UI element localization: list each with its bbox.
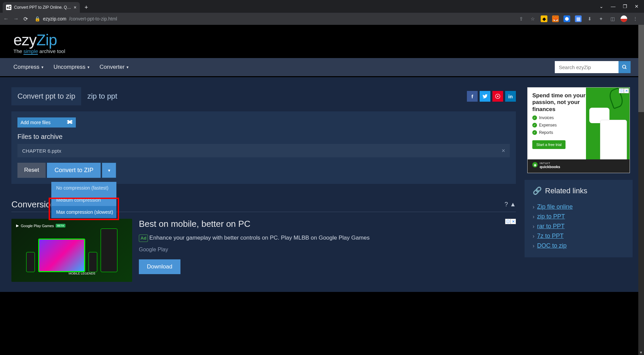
quickbooks-logo: ◉ INTUITquickbooks [532,161,560,169]
instructions-toggle[interactable]: ? ▲ [504,201,516,208]
chevron-right-icon: › [533,243,534,249]
back-button[interactable]: ← [3,16,9,22]
twitter-icon[interactable] [480,91,490,102]
side-ad-heading: Spend time on your passion, not your fin… [532,92,586,113]
maximize-button[interactable]: ❐ [623,4,627,9]
files-to-archive-heading: Files to archive [17,133,510,141]
side-panel-icon[interactable]: ◫ [609,15,616,22]
related-link-item: ›rar to PPT [533,221,625,231]
minimize-button[interactable]: — [611,4,615,9]
tagline-pre: The [13,48,23,54]
related-link[interactable]: rar to PPT [537,223,565,230]
menu-icon[interactable]: ⋮ [632,15,639,22]
tab-favicon: eZ [6,5,11,10]
new-tab-button[interactable]: + [85,4,88,11]
svg-point-0 [623,65,626,68]
google-play-games-label: ▶ Google Play Games BETA [16,223,65,228]
ad-badge: Ad [139,235,148,242]
share-icon[interactable]: ⇪ [518,15,525,22]
nav-compress[interactable]: Compress▼ [13,64,44,70]
ad-controls: ⓘ ✕ [619,88,629,93]
extension-icon-3[interactable]: ⬢ [564,15,570,22]
vertical-scrollbar[interactable]: ▲ ▼ [638,25,644,355]
advertisement-main: ⓘ ✕ ▶ Google Play Games BETA MOBILE LEGE… [11,219,516,282]
related-link[interactable]: Zip file online [537,203,573,210]
dropdown-option-medium-compression[interactable]: Medium compression [51,194,116,206]
caret-icon: ▼ [87,65,90,69]
related-link-item: ›DOC to zip [533,241,625,251]
side-ad-feature: ✓Invoices [532,115,586,120]
extensions-area: ⇪ ☆ ◆ 🦊 ⬢ ▦ ⬇ ✦ ◫ ⋮ [518,15,641,22]
extension-icon-1[interactable]: ◆ [541,15,547,22]
close-icon[interactable]: × [74,5,76,10]
ad-close-icon[interactable]: ✕ [624,88,629,93]
help-icon: ? [504,201,508,208]
convert-to-zip-button[interactable]: Convert to ZIP [47,163,101,178]
search-input[interactable] [555,61,619,73]
content-area: Convert ppt to zip zip to ppt f in Add m… [0,76,644,292]
scrollbar-thumb[interactable] [638,25,644,112]
related-links-list: ›Zip file online ›zip to PPT ›rar to PPT… [533,202,625,251]
dropbox-icon [67,120,73,125]
add-more-files-button[interactable]: Add more files [17,117,76,128]
extension-icon-4[interactable]: ▦ [575,15,582,22]
scroll-down-icon[interactable]: ▼ [639,351,643,354]
forward-button[interactable]: → [13,16,19,22]
profile-avatar[interactable] [621,15,627,22]
browser-titlebar: eZ Convert PPT to ZIP Online. Quick… × +… [0,0,644,13]
tagline-post: archive tool [38,48,65,54]
tab-convert-ppt-to-zip[interactable]: Convert ppt to zip [11,87,81,105]
reset-button[interactable]: Reset [17,163,46,178]
ad-close-icon[interactable]: ✕ [511,219,516,224]
compression-dropdown-button[interactable]: ▼ No compression (fastest) Medium compre… [102,163,116,178]
browser-tab[interactable]: eZ Convert PPT to ZIP Online. Quick… × [3,2,80,13]
linkedin-icon[interactable]: in [505,91,516,102]
pinterest-icon[interactable] [492,91,503,102]
ad-controls: ⓘ ✕ [505,219,516,224]
convert-card: Add more files Files to archive CHAPTER … [11,111,516,184]
file-name: CHAPTER 6.pptx [22,148,61,154]
close-window-button[interactable]: ✕ [635,4,639,9]
url-display[interactable]: 🔒 ezyzip.com/convert-ppt-to-zip.html [35,16,117,21]
facebook-icon[interactable]: f [467,91,478,102]
related-link[interactable]: zip to PPT [537,213,565,220]
reload-button[interactable]: ⟳ [23,16,28,22]
side-ad-feature: ✓Expenses [532,123,586,128]
related-link-item: ›Zip file online [533,202,625,212]
search-button[interactable] [619,61,631,73]
side-column: ⓘ ✕ Spend time on your passion, not your… [525,87,633,282]
download-icon[interactable]: ⬇ [586,15,593,22]
caret-icon: ▼ [41,65,44,69]
bookmark-icon[interactable]: ☆ [529,15,536,22]
check-icon: ✓ [532,130,537,135]
remove-file-icon[interactable]: × [501,147,505,154]
mobile-legends-logo: MOBILE LEGENDS [68,272,95,275]
ad-info-icon[interactable]: ⓘ [619,88,624,93]
chevron-right-icon: › [533,233,534,239]
dropdown-option-max-compression[interactable]: Max compression (slowest) [51,206,116,218]
related-link[interactable]: DOC to zip [537,242,567,249]
tab-title: Convert PPT to ZIP Online. Quick… [14,5,71,10]
ad-heading: Best on mobile, better on PC [139,219,516,229]
extension-icon-2[interactable]: 🦊 [552,15,559,22]
tab-zip-to-ppt-link[interactable]: zip to ppt [87,92,117,100]
download-button[interactable]: Download [139,259,180,274]
action-buttons: Reset Convert to ZIP ▼ No compression (f… [17,163,510,178]
nav-converter[interactable]: Converter▼ [100,64,129,70]
side-ad-cta-button[interactable]: Start a free trial [532,140,566,149]
window-controls: ⌄ — ❐ ✕ [599,4,644,9]
tab-dropdown-icon[interactable]: ⌄ [599,4,603,9]
related-link[interactable]: 7z to PPT [537,233,564,240]
tab-zip-to-ppt[interactable]: zip to ppt [81,87,123,105]
tab-social-row: Convert ppt to zip zip to ppt f in [11,87,516,105]
ad-image[interactable]: ▶ Google Play Games BETA MOBILE LEGENDS [11,219,132,282]
nav-uncompress[interactable]: Uncompress▼ [53,64,90,70]
lock-icon: 🔒 [35,16,40,21]
beta-badge: BETA [56,224,65,227]
ad-info-icon[interactable]: ⓘ [505,219,511,224]
extensions-icon[interactable]: ✦ [598,15,604,22]
sidebar-advertisement[interactable]: ⓘ ✕ Spend time on your passion, not your… [527,87,630,173]
svg-point-3 [497,96,498,97]
dropdown-option-no-compression[interactable]: No compression (fastest) [51,182,116,194]
logo[interactable]: ezyZip [13,31,631,49]
